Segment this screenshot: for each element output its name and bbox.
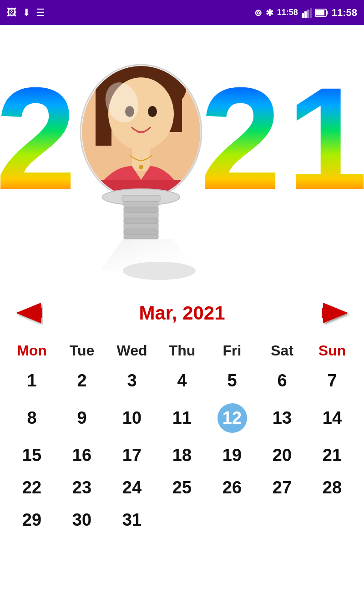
calendar-row-4: 293031 — [7, 504, 357, 536]
calendar-row-3: 22232425262728 — [7, 472, 357, 504]
col-wed: Wed — [107, 337, 157, 365]
calendar-cell-3-6[interactable]: 28 — [307, 472, 357, 504]
svg-marker-33 — [323, 303, 348, 323]
year-digit-1: 1 — [287, 57, 364, 220]
calendar-row-2: 15161718192021 — [7, 439, 357, 472]
svg-rect-34 — [322, 308, 325, 318]
calendar-cell-1-3[interactable]: 11 — [157, 397, 207, 439]
calendar-cell-2-5[interactable]: 20 — [257, 439, 307, 472]
list-icon: ☰ — [36, 7, 45, 19]
svg-rect-5 — [326, 11, 328, 15]
calendar-cell-0-6[interactable]: 7 — [307, 365, 357, 397]
bluetooth-icon: ✱ — [266, 7, 273, 18]
calendar-cell-3-3[interactable]: 25 — [157, 472, 207, 504]
calendar-cell-3-1[interactable]: 23 — [57, 472, 107, 504]
svg-rect-2 — [307, 10, 309, 18]
calendar-cell-1-5[interactable]: 13 — [257, 397, 307, 439]
svg-rect-0 — [302, 13, 304, 18]
calendar-cell-2-2[interactable]: 17 — [107, 439, 157, 472]
col-mon: Mon — [7, 337, 57, 365]
svg-rect-6 — [316, 10, 324, 15]
svg-rect-3 — [310, 8, 312, 18]
calendar-cell-0-1[interactable]: 2 — [57, 365, 107, 397]
download-icon: ⬇ — [22, 7, 30, 19]
image-icon: 🖼 — [7, 7, 17, 19]
svg-rect-23 — [122, 195, 160, 202]
col-sun: Sun — [307, 337, 357, 365]
calendar-cell-1-1[interactable]: 9 — [57, 397, 107, 439]
year-digit-2-left: 2 — [0, 57, 76, 220]
next-month-button[interactable] — [321, 300, 353, 325]
calendar-cell-4-2[interactable]: 31 — [107, 504, 157, 536]
svg-rect-26 — [124, 213, 158, 218]
calendar-cell-4-3 — [157, 504, 207, 536]
svg-rect-25 — [124, 207, 158, 213]
calendar-cell-2-1[interactable]: 16 — [57, 439, 107, 472]
svg-point-17 — [148, 106, 157, 117]
wifi-icon: ⊚ — [254, 7, 262, 18]
svg-rect-32 — [39, 308, 42, 318]
col-fri: Fri — [207, 337, 257, 365]
calendar-cell-2-4[interactable]: 19 — [207, 439, 257, 472]
calendar-cell-0-4[interactable]: 5 — [207, 365, 257, 397]
svg-rect-27 — [124, 218, 158, 223]
calendar-cell-0-5[interactable]: 6 — [257, 365, 307, 397]
svg-rect-30 — [124, 234, 158, 239]
calendar-header: Mar, 2021 — [7, 294, 357, 332]
svg-rect-24 — [124, 202, 158, 207]
calendar-cell-2-3[interactable]: 18 — [157, 439, 207, 472]
status-bar: 🖼 ⬇ ☰ ⊚ ✱ 11:58 11:58 — [0, 0, 364, 25]
calendar-table: Mon Tue Wed Thu Fri Sat Sun 123456789101… — [7, 337, 357, 536]
year-banner: 2 2 1 — [0, 25, 364, 289]
calendar-cell-3-2[interactable]: 24 — [107, 472, 157, 504]
calendar-cell-4-5 — [257, 504, 307, 536]
col-tue: Tue — [57, 337, 107, 365]
year-digit-2-right: 2 — [200, 57, 281, 220]
calendar-cell-2-6[interactable]: 21 — [307, 439, 357, 472]
signal-icon — [302, 8, 312, 18]
calendar-row-1: 891011121314 — [7, 397, 357, 439]
calendar-cell-4-1[interactable]: 30 — [57, 504, 107, 536]
calendar-row-0: 1234567 — [7, 365, 357, 397]
calendar-cell-2-0[interactable]: 15 — [7, 439, 57, 472]
calendar-cell-1-2[interactable]: 10 — [107, 397, 157, 439]
calendar-cell-4-0[interactable]: 29 — [7, 504, 57, 536]
svg-rect-28 — [124, 223, 158, 229]
calendar-cell-3-4[interactable]: 26 — [207, 472, 257, 504]
svg-marker-9 — [100, 239, 196, 271]
calendar-body: 1234567891011121314151617181920212223242… — [7, 365, 357, 536]
time-display: 11:58 — [332, 7, 357, 19]
calendar-header-row: Mon Tue Wed Thu Fri Sat Sun — [7, 337, 357, 365]
status-left-icons: 🖼 ⬇ ☰ — [7, 7, 45, 19]
col-sat: Sat — [257, 337, 307, 365]
calendar-cell-0-0[interactable]: 1 — [7, 365, 57, 397]
calendar-cell-1-4[interactable]: 12 — [207, 397, 257, 439]
calendar-cell-1-0[interactable]: 8 — [7, 397, 57, 439]
svg-rect-1 — [304, 11, 307, 18]
calendar-cell-3-0[interactable]: 22 — [7, 472, 57, 504]
calendar-cell-3-5[interactable]: 27 — [257, 472, 307, 504]
battery-icon — [315, 9, 328, 17]
col-thu: Thu — [157, 337, 207, 365]
month-title: Mar, 2021 — [43, 302, 321, 324]
status-right-icons: ⊚ ✱ 11:58 11:58 — [254, 7, 357, 19]
4g-label: 11:58 — [277, 8, 298, 17]
svg-marker-31 — [16, 303, 41, 323]
calendar-cell-4-6 — [307, 504, 357, 536]
calendar-cell-1-6[interactable]: 14 — [307, 397, 357, 439]
svg-rect-29 — [124, 229, 158, 234]
calendar-cell-4-4 — [207, 504, 257, 536]
svg-point-20 — [139, 165, 143, 169]
calendar-cell-0-2[interactable]: 3 — [107, 365, 157, 397]
calendar-section: Mar, 2021 Mon Tue Wed Thu Fri Sat — [0, 289, 364, 545]
calendar-cell-0-3[interactable]: 4 — [157, 365, 207, 397]
prev-month-button[interactable] — [11, 300, 43, 325]
